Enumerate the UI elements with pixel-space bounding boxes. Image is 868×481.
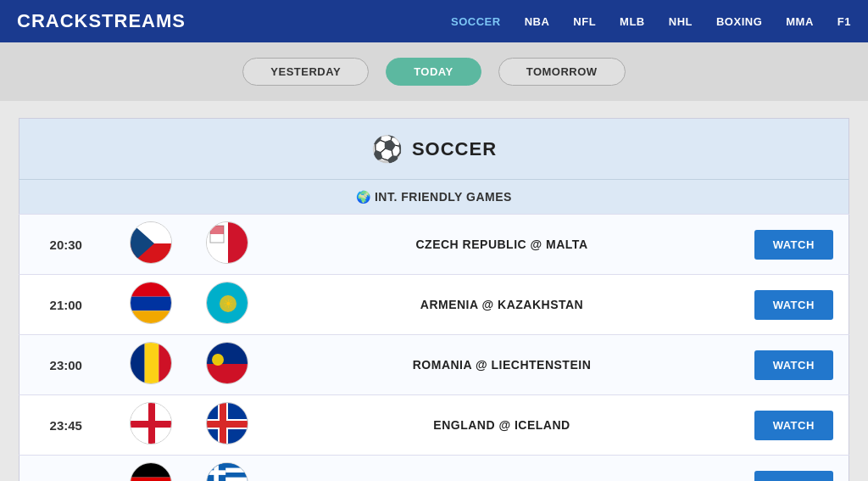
- svg-rect-8: [131, 297, 172, 311]
- svg-point-18: [212, 354, 224, 366]
- match-row: 23:45 ENGLAND @ ICELAN: [19, 395, 849, 456]
- league-header-row: 🌍 INT. FRIENDLY GAMES: [19, 180, 849, 215]
- flag-team1: [113, 335, 189, 395]
- match-row: 23:45: [19, 456, 849, 482]
- match-time: 21:00: [19, 275, 113, 335]
- watch-cell: WATCH: [739, 456, 849, 482]
- match-time: 23:45: [19, 456, 113, 482]
- nav-item-boxing[interactable]: BOXING: [716, 15, 762, 28]
- flag-team1: [113, 395, 189, 456]
- svg-rect-4: [228, 222, 248, 264]
- schedule-table: ⚽ SOCCER 🌍 INT. FRIENDLY GAMES 20:30: [19, 118, 849, 481]
- svg-rect-31: [207, 463, 248, 468]
- watch-cell: WATCH: [739, 395, 849, 456]
- sport-title: ⚽ SOCCER: [35, 134, 833, 164]
- match-label: ROMANIA @ LIECHTENSTEIN: [265, 335, 739, 395]
- flag-circle-team2: [206, 462, 248, 481]
- match-row: 23:00 ROMANIA @ LIECHTENSTEIN: [19, 335, 849, 395]
- watch-button[interactable]: WATCH: [754, 350, 833, 380]
- match-row: 20:30 CZECH REPUBLIC @ MALTA: [19, 215, 849, 275]
- svg-rect-9: [131, 310, 172, 324]
- flag-circle-team2: [206, 221, 248, 264]
- main-content: ⚽ SOCCER 🌍 INT. FRIENDLY GAMES 20:30: [0, 101, 868, 481]
- match-time: 20:30: [19, 215, 113, 275]
- svg-rect-26: [220, 403, 226, 445]
- flag-team1: [113, 215, 189, 275]
- svg-rect-25: [207, 421, 248, 428]
- match-row: 21:00 ☀ ARMENIA @ KAZAKHSTAN: [19, 275, 849, 335]
- nav-item-nfl[interactable]: NFL: [573, 15, 596, 28]
- watch-button[interactable]: WATCH: [754, 411, 833, 440]
- nav-item-f1[interactable]: F1: [837, 15, 851, 28]
- svg-rect-17: [207, 364, 248, 384]
- flag-team1: [113, 275, 189, 335]
- flag-circle-team1: [130, 282, 172, 324]
- flag-circle-team1: [130, 402, 172, 445]
- day-btn-tomorrow[interactable]: TOMORROW: [498, 58, 626, 86]
- watch-button[interactable]: WATCH: [754, 471, 833, 482]
- flag-team1: [113, 456, 189, 482]
- match-time: 23:45: [19, 395, 113, 456]
- main-nav: SOCCERNBANFLMLBNHLBOXINGMMAF1: [451, 15, 851, 28]
- flag-circle-team1: [130, 342, 172, 384]
- flag-team2: [189, 215, 265, 275]
- schedule-wrapper: ⚽ SOCCER 🌍 INT. FRIENDLY GAMES 20:30: [19, 118, 849, 481]
- soccer-ball-icon: ⚽: [371, 134, 403, 164]
- svg-rect-15: [159, 343, 172, 384]
- nav-item-nba[interactable]: NBA: [525, 15, 550, 28]
- svg-rect-27: [131, 463, 172, 478]
- svg-rect-6: [210, 226, 224, 234]
- svg-rect-7: [131, 282, 172, 297]
- league-icon: 🌍: [356, 190, 371, 204]
- nav-item-mlb[interactable]: MLB: [620, 15, 645, 28]
- svg-rect-13: [131, 343, 145, 384]
- nav-item-nhl[interactable]: NHL: [669, 15, 693, 28]
- flag-circle-team2: [206, 402, 248, 445]
- watch-cell: WATCH: [739, 275, 849, 335]
- flag-circle-team1: [130, 221, 172, 264]
- match-time: 23:00: [19, 335, 113, 395]
- site-logo: CRACKSTREAMS: [17, 10, 186, 32]
- match-label: ARMENIA @ KAZAKHSTAN: [265, 275, 739, 335]
- flag-team2: [189, 335, 265, 395]
- site-header: CRACKSTREAMS SOCCERNBANFLMLBNHLBOXINGMMA…: [0, 0, 868, 42]
- match-label: ENGLAND @ ICELAND: [265, 395, 739, 456]
- watch-cell: WATCH: [739, 215, 849, 275]
- flag-team2: [189, 395, 265, 456]
- league-label: 🌍 INT. FRIENDLY GAMES: [19, 180, 849, 215]
- watch-button[interactable]: WATCH: [754, 230, 833, 260]
- svg-rect-42: [207, 470, 225, 475]
- watch-cell: WATCH: [739, 335, 849, 395]
- day-btn-today[interactable]: TODAY: [386, 58, 481, 86]
- match-label: GERMANY @ GREECE: [265, 456, 739, 482]
- day-btn-yesterday[interactable]: YESTERDAY: [242, 58, 369, 86]
- flag-circle-team2: ☀: [206, 282, 248, 324]
- flag-team2: ☀: [189, 275, 265, 335]
- svg-text:☀: ☀: [222, 297, 233, 310]
- flag-circle-team1: [130, 462, 172, 481]
- svg-rect-14: [144, 343, 159, 384]
- watch-button[interactable]: WATCH: [754, 290, 833, 320]
- day-selector: YESTERDAYTODAYTOMORROW: [0, 42, 868, 101]
- svg-rect-21: [148, 403, 155, 445]
- sport-label: SOCCER: [412, 138, 497, 160]
- svg-rect-28: [131, 478, 172, 481]
- nav-item-mma[interactable]: MMA: [786, 15, 814, 28]
- flag-circle-team2: [206, 342, 248, 384]
- nav-item-soccer[interactable]: SOCCER: [451, 15, 501, 28]
- flag-team2: [189, 456, 265, 482]
- match-label: CZECH REPUBLIC @ MALTA: [265, 215, 739, 275]
- sport-header-row: ⚽ SOCCER: [19, 119, 849, 180]
